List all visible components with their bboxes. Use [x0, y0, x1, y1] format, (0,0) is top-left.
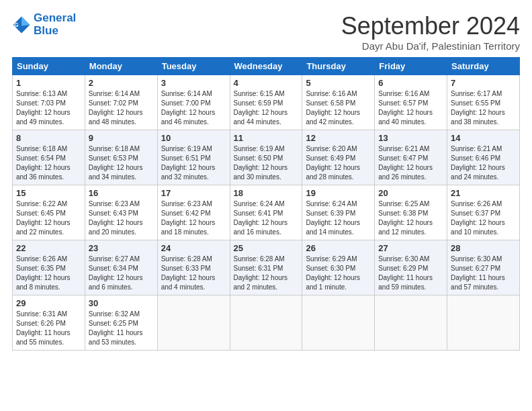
- calendar-cell: 16Sunrise: 6:23 AMSunset: 6:43 PMDayligh…: [85, 185, 157, 240]
- calendar-cell: 11Sunrise: 6:19 AMSunset: 6:50 PMDayligh…: [230, 130, 302, 185]
- day-number: 12: [306, 133, 371, 143]
- day-number: 21: [451, 188, 516, 198]
- calendar-header-row: SundayMondayTuesdayWednesdayThursdayFrid…: [13, 58, 520, 75]
- calendar-cell: [230, 295, 302, 351]
- svg-text:G: G: [14, 21, 19, 28]
- svg-marker-1: [21, 16, 30, 26]
- day-info: Sunrise: 6:31 AMSunset: 6:26 PMDaylight:…: [16, 310, 81, 347]
- day-number: 15: [16, 188, 81, 198]
- day-number: 9: [89, 133, 154, 143]
- day-number: 26: [306, 243, 371, 253]
- day-number: 27: [378, 243, 443, 253]
- day-info: Sunrise: 6:26 AMSunset: 6:37 PMDaylight:…: [451, 199, 516, 237]
- day-info: Sunrise: 6:23 AMSunset: 6:43 PMDaylight:…: [89, 199, 154, 237]
- day-number: 23: [89, 243, 154, 253]
- calendar-cell: 28Sunrise: 6:30 AMSunset: 6:27 PMDayligh…: [447, 240, 520, 295]
- calendar-cell: 14Sunrise: 6:21 AMSunset: 6:46 PMDayligh…: [447, 130, 520, 185]
- day-number: 14: [451, 133, 516, 143]
- day-info: Sunrise: 6:25 AMSunset: 6:38 PMDaylight:…: [378, 199, 443, 237]
- day-number: 10: [161, 133, 226, 143]
- header: G General Blue September 2024 Dayr Abu D…: [12, 12, 520, 52]
- calendar-cell: 12Sunrise: 6:20 AMSunset: 6:49 PMDayligh…: [302, 130, 375, 185]
- day-number: 11: [234, 133, 299, 143]
- day-number: 24: [161, 243, 226, 253]
- day-info: Sunrise: 6:28 AMSunset: 6:33 PMDaylight:…: [161, 255, 226, 292]
- calendar-cell: 29Sunrise: 6:31 AMSunset: 6:26 PMDayligh…: [13, 295, 85, 351]
- day-number: 28: [451, 243, 516, 253]
- day-info: Sunrise: 6:21 AMSunset: 6:46 PMDaylight:…: [451, 144, 516, 182]
- page: G General Blue September 2024 Dayr Abu D…: [0, 0, 532, 357]
- calendar-cell: 18Sunrise: 6:24 AMSunset: 6:41 PMDayligh…: [230, 185, 302, 240]
- day-info: Sunrise: 6:27 AMSunset: 6:34 PMDaylight:…: [89, 255, 154, 292]
- calendar-cell: 1Sunrise: 6:13 AMSunset: 7:03 PMDaylight…: [13, 75, 85, 130]
- calendar-cell: 8Sunrise: 6:18 AMSunset: 6:54 PMDaylight…: [13, 130, 85, 185]
- day-info: Sunrise: 6:19 AMSunset: 6:51 PMDaylight:…: [161, 144, 226, 182]
- calendar-cell: 2Sunrise: 6:14 AMSunset: 7:02 PMDaylight…: [85, 75, 157, 130]
- day-number: 17: [161, 188, 226, 198]
- calendar-week-row: 1Sunrise: 6:13 AMSunset: 7:03 PMDaylight…: [13, 75, 520, 130]
- calendar-cell: 30Sunrise: 6:32 AMSunset: 6:25 PMDayligh…: [85, 295, 157, 351]
- day-info: Sunrise: 6:20 AMSunset: 6:49 PMDaylight:…: [306, 144, 371, 182]
- day-number: 7: [451, 78, 516, 88]
- day-info: Sunrise: 6:15 AMSunset: 6:59 PMDaylight:…: [234, 89, 299, 127]
- calendar-cell: 5Sunrise: 6:16 AMSunset: 6:58 PMDaylight…: [302, 75, 375, 130]
- col-header-sunday: Sunday: [13, 58, 85, 75]
- calendar-cell: 25Sunrise: 6:28 AMSunset: 6:31 PMDayligh…: [230, 240, 302, 295]
- calendar-cell: [302, 295, 375, 351]
- logo-icon: G: [12, 15, 31, 34]
- day-number: 8: [16, 133, 81, 143]
- calendar-cell: 17Sunrise: 6:23 AMSunset: 6:42 PMDayligh…: [157, 185, 230, 240]
- day-info: Sunrise: 6:24 AMSunset: 6:39 PMDaylight:…: [306, 199, 371, 237]
- day-info: Sunrise: 6:24 AMSunset: 6:41 PMDaylight:…: [234, 199, 299, 237]
- day-number: 22: [16, 243, 81, 253]
- calendar-cell: 19Sunrise: 6:24 AMSunset: 6:39 PMDayligh…: [302, 185, 375, 240]
- calendar-week-row: 29Sunrise: 6:31 AMSunset: 6:26 PMDayligh…: [13, 295, 520, 351]
- day-number: 30: [89, 298, 154, 308]
- day-number: 2: [89, 78, 154, 88]
- calendar-cell: [447, 295, 520, 351]
- day-number: 6: [378, 78, 443, 88]
- calendar-cell: 21Sunrise: 6:26 AMSunset: 6:37 PMDayligh…: [447, 185, 520, 240]
- col-header-tuesday: Tuesday: [157, 58, 230, 75]
- calendar-cell: 10Sunrise: 6:19 AMSunset: 6:51 PMDayligh…: [157, 130, 230, 185]
- calendar-cell: 13Sunrise: 6:21 AMSunset: 6:47 PMDayligh…: [375, 130, 447, 185]
- day-info: Sunrise: 6:21 AMSunset: 6:47 PMDaylight:…: [378, 144, 443, 182]
- day-info: Sunrise: 6:14 AMSunset: 7:00 PMDaylight:…: [161, 89, 226, 127]
- day-info: Sunrise: 6:29 AMSunset: 6:30 PMDaylight:…: [306, 255, 371, 292]
- day-info: Sunrise: 6:32 AMSunset: 6:25 PMDaylight:…: [89, 310, 154, 347]
- day-info: Sunrise: 6:16 AMSunset: 6:58 PMDaylight:…: [306, 89, 371, 127]
- calendar-cell: 22Sunrise: 6:26 AMSunset: 6:35 PMDayligh…: [13, 240, 85, 295]
- day-number: 13: [378, 133, 443, 143]
- calendar-week-row: 22Sunrise: 6:26 AMSunset: 6:35 PMDayligh…: [13, 240, 520, 295]
- day-info: Sunrise: 6:17 AMSunset: 6:55 PMDaylight:…: [451, 89, 516, 127]
- calendar-cell: 3Sunrise: 6:14 AMSunset: 7:00 PMDaylight…: [157, 75, 230, 130]
- day-info: Sunrise: 6:30 AMSunset: 6:27 PMDaylight:…: [451, 255, 516, 292]
- col-header-thursday: Thursday: [302, 58, 375, 75]
- day-info: Sunrise: 6:30 AMSunset: 6:29 PMDaylight:…: [378, 255, 443, 292]
- day-number: 29: [16, 298, 81, 308]
- calendar-week-row: 15Sunrise: 6:22 AMSunset: 6:45 PMDayligh…: [13, 185, 520, 240]
- day-number: 19: [306, 188, 371, 198]
- calendar-cell: 15Sunrise: 6:22 AMSunset: 6:45 PMDayligh…: [13, 185, 85, 240]
- col-header-saturday: Saturday: [447, 58, 520, 75]
- col-header-wednesday: Wednesday: [230, 58, 302, 75]
- calendar-cell: 26Sunrise: 6:29 AMSunset: 6:30 PMDayligh…: [302, 240, 375, 295]
- day-number: 25: [234, 243, 299, 253]
- calendar-cell: 20Sunrise: 6:25 AMSunset: 6:38 PMDayligh…: [375, 185, 447, 240]
- day-number: 16: [89, 188, 154, 198]
- col-header-monday: Monday: [85, 58, 157, 75]
- day-info: Sunrise: 6:13 AMSunset: 7:03 PMDaylight:…: [16, 89, 81, 127]
- logo-blue: Blue: [34, 24, 58, 37]
- month-title: September 2024: [341, 12, 520, 40]
- day-info: Sunrise: 6:22 AMSunset: 6:45 PMDaylight:…: [16, 199, 81, 237]
- calendar-cell: [157, 295, 230, 351]
- calendar-cell: 27Sunrise: 6:30 AMSunset: 6:29 PMDayligh…: [375, 240, 447, 295]
- logo: G General Blue: [12, 12, 76, 37]
- calendar-cell: 24Sunrise: 6:28 AMSunset: 6:33 PMDayligh…: [157, 240, 230, 295]
- day-number: 3: [161, 78, 226, 88]
- day-number: 1: [16, 78, 81, 88]
- day-number: 5: [306, 78, 371, 88]
- calendar-week-row: 8Sunrise: 6:18 AMSunset: 6:54 PMDaylight…: [13, 130, 520, 185]
- calendar-cell: 7Sunrise: 6:17 AMSunset: 6:55 PMDaylight…: [447, 75, 520, 130]
- day-info: Sunrise: 6:18 AMSunset: 6:53 PMDaylight:…: [89, 144, 154, 182]
